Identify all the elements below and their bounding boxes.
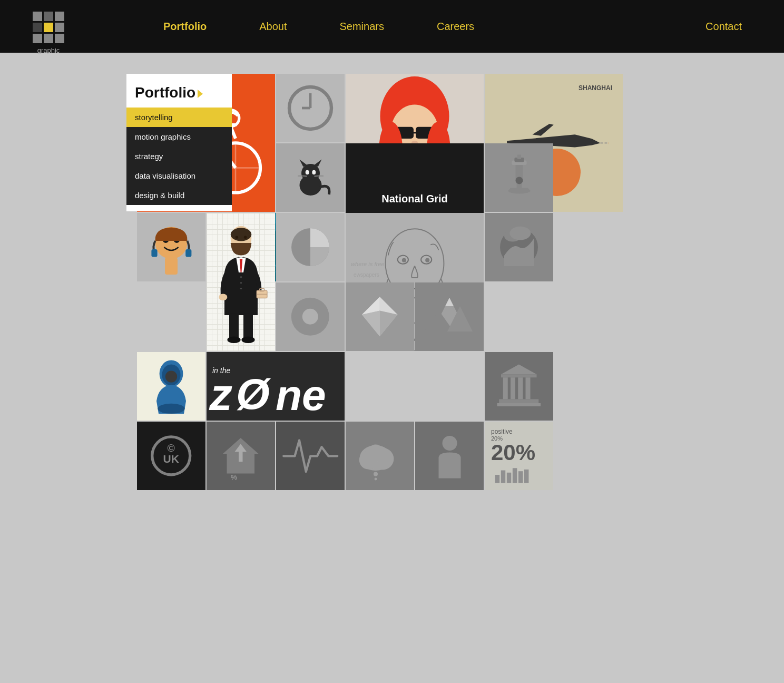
svg-point-91 [402, 258, 406, 262]
portfolio-item-storytelling[interactable]: storytelling [126, 108, 232, 127]
grid-cell-microscope[interactable] [485, 143, 553, 212]
svg-rect-71 [165, 258, 178, 275]
circle-dot-icon [285, 291, 336, 343]
pie-chart-icon [283, 220, 338, 275]
grid-cell-bank[interactable] [485, 352, 553, 421]
svg-point-51 [312, 170, 316, 174]
svg-rect-69 [151, 249, 157, 257]
portfolio-arrow [198, 90, 203, 98]
svg-marker-155 [501, 365, 537, 375]
svg-point-115 [302, 309, 318, 325]
beardman-standing-icon [210, 220, 272, 344]
nav-about[interactable]: About [259, 21, 287, 33]
svg-point-47 [301, 163, 320, 182]
svg-point-50 [305, 170, 309, 174]
grid-cell-chess-piece[interactable] [137, 352, 205, 421]
grid-cell-beardman[interactable] [207, 213, 275, 351]
svg-point-104 [240, 282, 242, 284]
svg-rect-154 [524, 470, 529, 483]
svg-rect-162 [497, 403, 541, 406]
svg-rect-1 [44, 12, 53, 21]
portfolio-item-strategy[interactable]: strategy [126, 147, 232, 166]
grid-cell-diamond[interactable] [346, 282, 414, 351]
svg-point-102 [243, 236, 246, 239]
percent-positive-label: positive [491, 428, 513, 435]
diamond-icon [354, 291, 406, 343]
svg-marker-119 [380, 311, 398, 337]
svg-point-146 [374, 472, 378, 476]
shanghai-label: SHANGHAI [579, 84, 612, 92]
svg-rect-150 [501, 471, 506, 483]
mini-bar-chart [491, 466, 533, 484]
svg-text:Ø: Ø [236, 370, 271, 418]
grid-cell-circle[interactable] [276, 74, 345, 142]
svg-text:z: z [209, 369, 232, 419]
svg-text:ne: ne [276, 371, 326, 419]
portfolio-item-data-visualisation[interactable]: data visualisation [126, 166, 232, 186]
grid-cell-house[interactable]: % [207, 422, 275, 490]
landscape-icon [492, 220, 546, 275]
grid-cell-zone[interactable]: in the z Ø ne [207, 352, 345, 421]
svg-point-127 [165, 370, 177, 382]
svg-rect-70 [185, 249, 191, 257]
svg-marker-120 [362, 311, 380, 337]
svg-point-113 [241, 336, 254, 343]
svg-point-148 [442, 436, 457, 451]
svg-marker-124 [445, 298, 454, 306]
mountain-icon [422, 289, 477, 344]
svg-rect-110 [229, 313, 239, 339]
grid-cell-gray-circle[interactable] [276, 282, 345, 351]
svg-rect-62 [517, 154, 521, 159]
main-nav: Portfolio About Seminars Careers [163, 21, 474, 33]
svg-text:ewspapers: ewspapers [354, 272, 379, 278]
nav-seminars[interactable]: Seminars [339, 21, 384, 33]
zone-text-icon: in the z Ø ne [207, 352, 345, 421]
nav-contact[interactable]: Contact [705, 21, 742, 33]
grid-cell-cat[interactable] [276, 143, 345, 212]
svg-point-63 [515, 177, 523, 184]
nav-portfolio[interactable]: Portfolio [163, 21, 207, 33]
grid-cell-mountain[interactable] [415, 282, 484, 351]
nav-careers[interactable]: Careers [437, 21, 474, 33]
grid-cell-wave[interactable] [276, 422, 345, 490]
grid-cell-percent[interactable]: positive 20% 20% [485, 422, 553, 490]
clock-icon [283, 81, 338, 135]
svg-point-101 [235, 236, 238, 239]
svg-rect-152 [513, 468, 517, 483]
svg-rect-156 [501, 375, 537, 378]
grid-cell-uk-logo[interactable]: © UK [137, 422, 205, 490]
svg-rect-7 [44, 34, 53, 43]
grid-cell-person[interactable] [415, 422, 484, 490]
grid-cell-cloud[interactable] [346, 422, 414, 490]
svg-rect-157 [503, 378, 508, 399]
logo-area: graphic [32, 11, 65, 54]
svg-rect-111 [243, 313, 253, 339]
main-content: Portfolio storytelling motion graphics s… [0, 53, 784, 511]
svg-rect-149 [495, 475, 500, 483]
portfolio-panel: Portfolio storytelling motion graphics s… [126, 74, 232, 211]
portfolio-item-design-build[interactable]: design & build [126, 186, 232, 205]
grid-cell-face[interactable] [137, 213, 205, 281]
grid-cell-landscape[interactable] [485, 213, 553, 281]
svg-point-98 [509, 227, 531, 240]
portfolio-item-motion-graphics[interactable]: motion graphics [126, 127, 232, 147]
svg-rect-6 [33, 34, 42, 43]
svg-point-100 [230, 228, 251, 241]
house-arrow-icon: % [215, 430, 267, 482]
portfolio-title: Portfolio [126, 80, 232, 108]
microscope-icon [495, 154, 543, 202]
svg-rect-4 [44, 23, 53, 32]
pulse-wave-icon [281, 427, 340, 485]
svg-rect-159 [518, 378, 523, 399]
svg-point-92 [425, 258, 429, 262]
percent-value-big: 20% [491, 442, 535, 464]
svg-rect-8 [55, 34, 64, 43]
svg-rect-151 [507, 473, 512, 483]
grid-cell-pie[interactable] [276, 213, 345, 281]
svg-rect-161 [499, 399, 539, 404]
logo-icon [32, 11, 65, 44]
svg-point-147 [375, 478, 377, 481]
face-icon [144, 220, 199, 275]
svg-rect-158 [511, 378, 515, 399]
hooded-figure-icon [144, 359, 199, 414]
